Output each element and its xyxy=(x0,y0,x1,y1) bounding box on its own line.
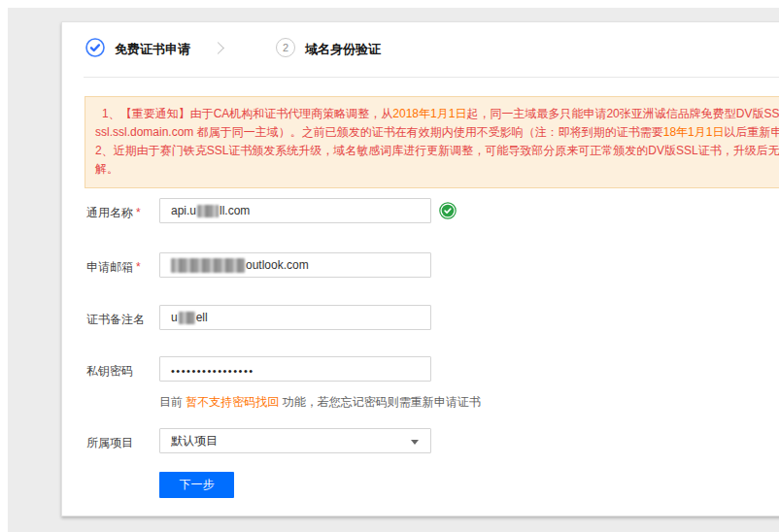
step1-done-check-icon xyxy=(85,38,105,57)
private-key-password-label: 私钥密码 xyxy=(86,363,133,380)
email-value-visible: outlook.com xyxy=(246,258,309,272)
common-name-label: 通用名称* xyxy=(86,205,141,221)
project-select[interactable]: 默认项目 xyxy=(159,428,431,453)
notice-line: 解。 xyxy=(95,160,779,179)
password-recovery-link[interactable]: 暂不支持密码找回 xyxy=(186,395,279,409)
chevron-down-icon xyxy=(411,440,419,445)
important-notice-box: 1、【重要通知】由于CA机构和证书代理商策略调整，从2018年1月1日起，同一主… xyxy=(85,96,779,188)
steps-divider xyxy=(84,77,779,78)
required-asterisk: * xyxy=(136,206,141,219)
cert-note-input[interactable]: uell xyxy=(159,305,431,330)
step2-number-badge: 2 xyxy=(276,38,295,57)
masked-password-value: •••••••••••••••• xyxy=(171,361,254,377)
notice-line: 1、【重要通知】由于CA机构和证书代理商策略调整，从2018年1月1日起，同一主… xyxy=(95,105,779,123)
email-input[interactable]: outlook.com xyxy=(159,252,431,278)
required-asterisk: * xyxy=(136,260,141,274)
redacted-text-block xyxy=(197,205,219,217)
notice-line: 2、近期由于赛门铁克SSL证书颁发系统升级，域名敏感词库进行更新调整，可能导致部… xyxy=(95,142,779,160)
next-step-button[interactable]: 下一步 xyxy=(159,472,234,498)
cert-note-label: 证书备注名 xyxy=(86,312,145,328)
validation-success-icon xyxy=(439,202,457,219)
common-name-value-prefix: api.u xyxy=(171,204,196,217)
private-key-password-input[interactable]: •••••••••••••••• xyxy=(159,356,431,382)
redacted-text-block xyxy=(179,312,195,324)
email-label: 申请邮箱* xyxy=(86,259,141,276)
project-selected-value: 默认项目 xyxy=(171,433,218,449)
redacted-text-block xyxy=(171,258,245,273)
step2-label: 域名身份验证 xyxy=(305,41,381,58)
password-hint: 目前 暂不支持密码找回 功能，若您忘记密码则需重新申请证书 xyxy=(159,394,481,411)
step2-number: 2 xyxy=(283,42,288,53)
common-name-input[interactable]: api.ull.com xyxy=(159,198,431,223)
certificate-apply-card: 免费证书申请 2 域名身份验证 1、【重要通知】由于CA机构和证书代理商策略调整… xyxy=(61,21,779,516)
cert-note-value-suffix: ell xyxy=(196,311,208,324)
notice-line: ssl.ssl.domain.com 都属于同一主域）。之前已颁发的证书在有效期… xyxy=(95,123,779,142)
cert-note-value-prefix: u xyxy=(171,311,178,324)
common-name-value-suffix: ll.com xyxy=(220,204,250,217)
step1-label: 免费证书申请 xyxy=(115,41,190,58)
project-label: 所属项目 xyxy=(86,435,133,451)
step-separator-chevron-icon xyxy=(212,42,224,54)
